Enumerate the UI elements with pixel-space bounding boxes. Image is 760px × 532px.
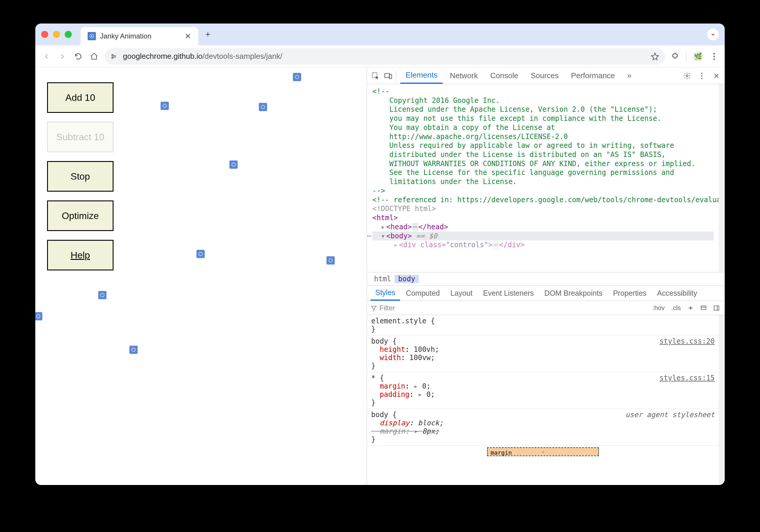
devtools-tab-sources[interactable]: Sources [525, 67, 564, 84]
rule-universal[interactable]: styles.css:15 * { margin: ▸ 0; padding: … [367, 372, 719, 409]
profile-avatar[interactable]: 🌿 [693, 51, 703, 62]
add-10-button[interactable]: Add 10 [47, 82, 114, 113]
subtract-10-button[interactable]: Subtract 10 [47, 122, 114, 152]
stop-button[interactable]: Stop [47, 161, 114, 192]
browser-tab[interactable]: Janky Animation ✕ [80, 27, 198, 45]
mover-sprite [259, 103, 267, 111]
subtab-styles[interactable]: Styles [371, 286, 400, 301]
styles-pane[interactable]: element.style { } styles.css:20 body { h… [367, 315, 719, 485]
minimize-window-button[interactable] [53, 31, 60, 38]
svg-rect-15 [385, 73, 389, 77]
svg-point-9 [199, 252, 202, 256]
tab-close-icon[interactable]: ✕ [185, 32, 191, 41]
subtab-properties[interactable]: Properties [608, 286, 651, 301]
styles-filter-input[interactable]: Filter [371, 304, 647, 312]
svg-point-17 [686, 75, 688, 77]
tabs-dropdown-button[interactable] [707, 28, 719, 40]
svg-point-6 [163, 104, 166, 108]
url-input[interactable]: googlechrome.github.io/devtools-samples/… [105, 48, 665, 65]
extensions-icon[interactable] [670, 52, 680, 61]
dom-comment: limitations under the License. [372, 177, 714, 186]
mover-sprite [35, 312, 42, 320]
new-tab-button[interactable]: + [205, 29, 211, 39]
site-settings-icon[interactable] [111, 53, 118, 60]
svg-point-11 [101, 293, 104, 297]
elements-scrollbar[interactable] [719, 84, 725, 272]
webpage-viewport: Add 10 Subtract 10 Stop Optimize Help [35, 67, 367, 485]
dom-child-div[interactable]: ▸<div class="controls">⋯</div> [372, 241, 714, 249]
source-link[interactable]: styles.css:20 [659, 337, 715, 345]
maximize-window-button[interactable] [65, 31, 72, 38]
bookmark-star-icon[interactable] [651, 52, 659, 61]
toolbar-right: 🌿 [670, 51, 719, 62]
device-toolbar-icon[interactable] [384, 71, 393, 80]
rule-user-agent-body[interactable]: user agent stylesheet body { display: bl… [367, 409, 719, 446]
computed-sidebar-icon[interactable] [699, 303, 708, 313]
dom-html-tag[interactable]: <html> [372, 213, 714, 223]
mover-sprite [326, 256, 335, 265]
svg-rect-21 [701, 306, 706, 309]
devtools-tab-elements[interactable]: Elements [400, 67, 443, 84]
devtools-tab-console[interactable]: Console [485, 67, 524, 84]
devtools-tab-performance[interactable]: Performance [566, 67, 620, 84]
dom-comment: <!-- referenced in: https://developers.g… [372, 196, 714, 204]
devtools-menu-icon[interactable] [697, 71, 706, 80]
svg-point-5 [295, 75, 299, 79]
optimize-button[interactable]: Optimize [47, 200, 114, 231]
page-controls: Add 10 Subtract 10 Stop Optimize Help [47, 82, 114, 270]
devtools-tabbar: Elements Network Console Sources Perform… [367, 67, 725, 84]
content-area: Add 10 Subtract 10 Stop Optimize Help [35, 67, 725, 485]
subtab-computed[interactable]: Computed [401, 286, 445, 301]
breadcrumb-html[interactable]: html [371, 275, 395, 283]
tab-title: Janky Animation [100, 32, 181, 40]
styles-subtabs: Styles Computed Layout Event Listeners D… [367, 286, 725, 301]
subtab-layout[interactable]: Layout [446, 286, 477, 301]
dom-comment: WITHOUT WARRANTIES OR CONDITIONS OF ANY … [372, 159, 714, 168]
help-button[interactable]: Help [47, 240, 114, 270]
toggle-sidebar-icon[interactable] [712, 303, 721, 313]
mover-sprite [98, 291, 107, 299]
devtools-settings-icon[interactable] [682, 71, 692, 80]
dom-comment: http://www.apache.org/licenses/LICENSE-2… [372, 132, 714, 141]
elements-tree[interactable]: <!-- Copyright 2016 Google Inc. Licensed… [367, 84, 719, 272]
subtab-dom-breakpoints[interactable]: DOM Breakpoints [540, 286, 607, 301]
browser-window: Janky Animation ✕ + googlechrome.github.… [35, 23, 725, 485]
box-model-margin-label: margin [491, 449, 512, 456]
styles-scrollbar[interactable] [719, 315, 725, 485]
ua-stylesheet-label: user agent stylesheet [626, 411, 715, 419]
devtools-tabs-overflow[interactable]: » [622, 67, 637, 84]
svg-point-20 [701, 78, 702, 79]
back-button[interactable] [41, 51, 52, 62]
svg-point-10 [329, 259, 332, 262]
svg-point-19 [701, 75, 702, 76]
cls-toggle[interactable]: .cls [670, 304, 682, 312]
dom-body-tag-selected[interactable]: ⋯ ▾<body> == $0 [372, 232, 714, 241]
rule-body-stylesheet[interactable]: styles.css:20 body { height: 100vh; widt… [367, 335, 719, 372]
subtab-event-listeners[interactable]: Event Listeners [479, 286, 539, 301]
dom-head-tag[interactable]: ▸<head>⋯</head> [372, 223, 714, 232]
forward-button[interactable] [57, 51, 68, 62]
box-model[interactable]: margin - [367, 446, 719, 456]
svg-point-13 [132, 348, 135, 352]
mover-sprite [293, 73, 301, 81]
subtab-accessibility[interactable]: Accessibility [652, 286, 702, 301]
mover-sprite [197, 250, 205, 258]
rule-element-style[interactable]: element.style { } [367, 315, 719, 335]
close-window-button[interactable] [41, 31, 48, 38]
devtools-close-icon[interactable] [712, 71, 721, 80]
svg-point-12 [36, 315, 40, 318]
filter-icon [371, 305, 377, 311]
source-link[interactable]: styles.css:15 [659, 374, 715, 382]
inspect-element-icon[interactable] [371, 71, 380, 80]
home-button[interactable] [89, 51, 99, 62]
mover-sprite [129, 346, 138, 354]
svg-point-18 [701, 72, 702, 74]
new-style-rule-icon[interactable] [686, 303, 695, 313]
breadcrumb-body[interactable]: body [395, 275, 419, 283]
filter-placeholder: Filter [379, 304, 395, 312]
reload-button[interactable] [73, 51, 83, 62]
svg-rect-22 [714, 306, 719, 310]
devtools-tab-network[interactable]: Network [445, 67, 483, 84]
hov-toggle[interactable]: :hov [651, 304, 666, 312]
browser-menu-icon[interactable] [709, 52, 719, 61]
